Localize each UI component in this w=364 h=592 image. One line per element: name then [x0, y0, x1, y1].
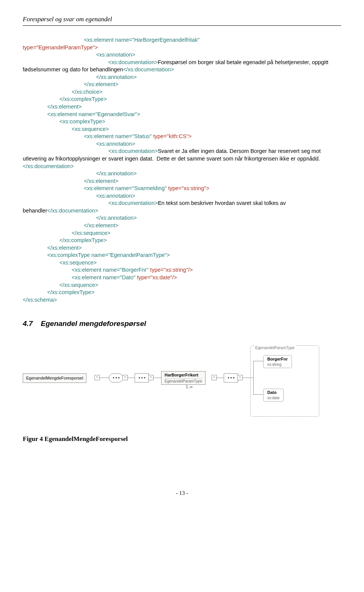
- code-line: <xs:element name="EgenandelSvar">: [47, 111, 140, 117]
- code-line: <xs:documentation>: [108, 200, 158, 206]
- code-line: </xs:element>: [84, 81, 118, 87]
- figure-caption: Figur 4 EgenandelMengdeForesporsel: [23, 435, 341, 444]
- diagram-attr-name: Dato: [267, 390, 279, 395]
- connector: [99, 378, 109, 378]
- diagram-attr-box: BorgerFnr xs:string: [263, 355, 292, 368]
- diagram-child-name: HarBorgerFrikort: [165, 372, 202, 379]
- section-title: Egenandel mengdeforespørsel: [41, 320, 146, 327]
- code-line: <xs:documentation>: [108, 148, 158, 154]
- code-line: </xs:annotation>: [96, 215, 136, 221]
- code-line: <xs:complexType name="EgenandelParamType…: [47, 252, 169, 258]
- choice-icon: [109, 373, 123, 383]
- code-line: type="EgenandelParamType">: [23, 44, 98, 50]
- connector: [153, 378, 161, 378]
- code-line: <xs:sequence>: [72, 126, 109, 132]
- page-number: - 13 -: [23, 489, 341, 497]
- diagram-root-label: EgenandelMengdeForesporsel: [26, 376, 83, 380]
- code-line: <xs:annotation>: [96, 52, 135, 58]
- code-line: <xs:sequence>: [60, 260, 97, 266]
- code-line: <xs:documentation>: [108, 59, 158, 65]
- code-line: type="xs:string">: [166, 185, 209, 191]
- code-line: <xs:annotation>: [96, 141, 135, 147]
- diagram-attr-type: xs:string: [267, 362, 288, 367]
- section-heading: 4.7 Egenandel mengdeforespørsel: [23, 319, 341, 329]
- connector: [127, 378, 135, 378]
- code-line: </xs:annotation>: [96, 170, 136, 176]
- header-rule: [23, 25, 341, 26]
- code-line: </xs:complexType>: [60, 237, 107, 243]
- sequence-icon: [224, 373, 238, 383]
- diagram-group-label: EgenandelParamType: [254, 345, 296, 350]
- connector: [216, 378, 224, 378]
- section-number: 4.7: [23, 320, 33, 327]
- code-line: </xs:schema>: [23, 297, 57, 303]
- diagram-attr-type: xs:date: [267, 395, 279, 401]
- code-line: </xs:documentation>: [23, 163, 74, 169]
- code-line: </xs:documentation>: [47, 208, 99, 214]
- code-text: Svaret er Ja eller ingen data. Dersom Bo…: [23, 148, 322, 162]
- code-line: <xs:element name="Dato": [72, 274, 135, 280]
- code-line: type="xs:date"/>: [135, 274, 177, 280]
- code-line: </xs:complexType>: [60, 96, 107, 102]
- diagram-root-node: EgenandelMengdeForesporsel: [23, 373, 86, 383]
- page-header-title: Forespørsel og svar om egenandel: [23, 15, 341, 24]
- code-line: <xs:element name="Status": [84, 133, 152, 139]
- code-line: <xs:complexType>: [60, 118, 105, 124]
- code-line: <xs:element name="HarBorgerEgenandelfrit…: [84, 37, 199, 43]
- code-line: </xs:annotation>: [96, 74, 136, 80]
- code-line: </xs:sequence>: [72, 230, 110, 236]
- xml-code-block: <xs:element name="HarBorgerEgenandelfrit…: [23, 36, 341, 304]
- code-text: Forespørsel om borger skal betale egenad…: [23, 59, 330, 73]
- diagram-attr-name: BorgerFnr: [267, 356, 288, 362]
- code-line: </xs:element>: [84, 178, 118, 184]
- connector: [253, 394, 263, 395]
- code-line: <xs:element name="BorgerFnr": [72, 267, 149, 273]
- code-line: </xs:element>: [47, 104, 82, 110]
- code-line: </xs:element>: [84, 222, 118, 228]
- code-line: </xs:documentation>: [123, 66, 174, 72]
- connector: [242, 378, 253, 378]
- code-line: type="kith:CS">: [152, 133, 191, 139]
- code-line: type="xs:string"/>: [149, 267, 193, 273]
- schema-diagram: EgenandelMengdeForesporsel − − − HarBorg…: [23, 340, 341, 420]
- code-line: </xs:sequence>: [60, 282, 98, 288]
- code-line: </xs:choice>: [72, 89, 102, 95]
- code-line: </xs:element>: [47, 245, 82, 251]
- multiplicity-label: 1..∞: [186, 384, 193, 390]
- code-line: </xs:complexType>: [47, 289, 94, 295]
- code-line: <xs:annotation>: [96, 193, 135, 199]
- diagram-child-type: EgenandelParamType: [165, 379, 202, 384]
- code-line: <xs:element name="Svarmelding": [84, 185, 166, 191]
- diagram-attr-box: Dato xs:date: [263, 389, 284, 401]
- sequence-icon: [135, 373, 149, 383]
- diagram-child-node: HarBorgerFrikort EgenandelParamType: [161, 371, 206, 385]
- connector: [253, 361, 254, 394]
- connector: [253, 361, 263, 362]
